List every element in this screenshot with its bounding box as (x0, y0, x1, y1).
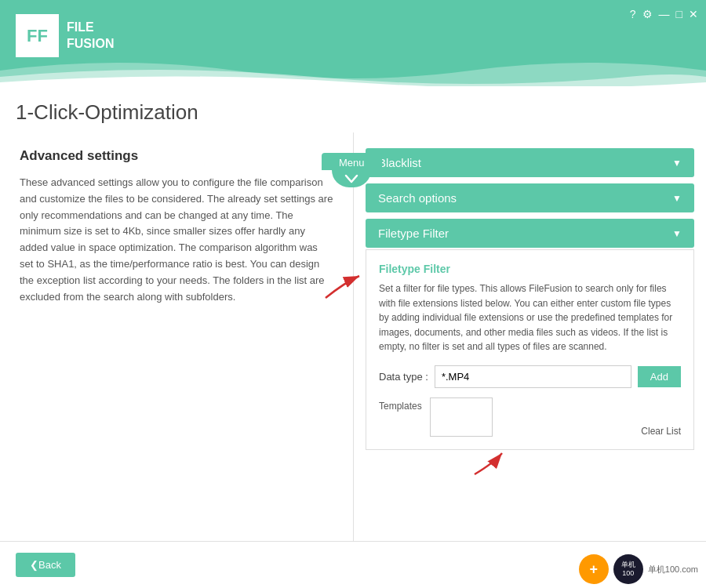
section-title: Advanced settings (20, 148, 333, 164)
back-button[interactable]: ❮Back (16, 553, 75, 577)
logo-ff: FF (27, 26, 48, 46)
filetype-panel-title: Filetype Filter (379, 263, 681, 275)
page-title: 1-Click-Optimization (16, 100, 198, 124)
menu-chevron[interactable] (332, 170, 371, 187)
close-icon[interactable]: ✕ (689, 8, 698, 20)
accordion-search-options[interactable]: Search options ▼ (366, 183, 694, 212)
add-button[interactable]: Add (638, 366, 681, 387)
main-content: Advanced settings These advanced setting… (0, 132, 706, 587)
templates-row: Templates Clear List (379, 397, 681, 437)
data-type-label: Data type : (379, 371, 428, 383)
watermark-circle: + (579, 554, 609, 584)
watermark-text: 单机100.com (648, 564, 698, 575)
logo-text: FILE FUSION (67, 20, 114, 53)
restore-icon[interactable]: □ (676, 8, 682, 20)
chevron-down-icon: ▼ (672, 158, 682, 169)
chevron-down-icon: ▼ (672, 193, 682, 204)
logo-box: FF (16, 14, 59, 57)
filetype-panel: Filetype Filter Set a filter for file ty… (366, 249, 694, 450)
minimize-icon[interactable]: — (659, 8, 670, 20)
accordion-blacklist-label: Blacklist (378, 156, 421, 169)
right-panel: Blacklist ▼ Search options ▼ Filetype Fi… (353, 132, 706, 587)
header: FF FILE FUSION ? ⚙ — □ ✕ (0, 0, 706, 86)
filetype-panel-description: Set a filter for file types. This allows… (379, 281, 681, 354)
logo-area: FF FILE FUSION (0, 0, 706, 71)
watermark-logo: 单机100 (613, 554, 643, 584)
accordion-blacklist[interactable]: Blacklist ▼ (366, 148, 694, 177)
accordion-search-options-label: Search options (378, 191, 457, 205)
templates-label: Templates (379, 397, 422, 412)
templates-box[interactable] (430, 397, 493, 437)
window-controls: ? ⚙ — □ ✕ (630, 8, 698, 20)
menu-button-wrapper: Menu (322, 153, 382, 187)
data-type-input[interactable] (435, 365, 631, 388)
menu-button[interactable]: Menu (322, 153, 382, 170)
clear-list-link[interactable]: Clear List (641, 426, 681, 437)
data-type-row: Data type : Add (379, 365, 681, 388)
section-text: These advanced settings allow you to con… (20, 175, 333, 305)
title-bar: 1-Click-Optimization (0, 86, 706, 132)
chevron-down-icon: ▼ (672, 228, 682, 239)
accordion-filetype-label: Filetype Filter (378, 227, 449, 240)
help-icon[interactable]: ? (630, 8, 636, 20)
accordion-filetype-filter[interactable]: Filetype Filter ▼ (366, 219, 694, 248)
bottom-bar: ❮Back + 单机100 单机100.com (0, 541, 706, 588)
left-panel: Advanced settings These advanced setting… (0, 132, 353, 587)
settings-icon[interactable]: ⚙ (642, 8, 653, 20)
watermark: + 单机100 单机100.com (579, 554, 698, 584)
